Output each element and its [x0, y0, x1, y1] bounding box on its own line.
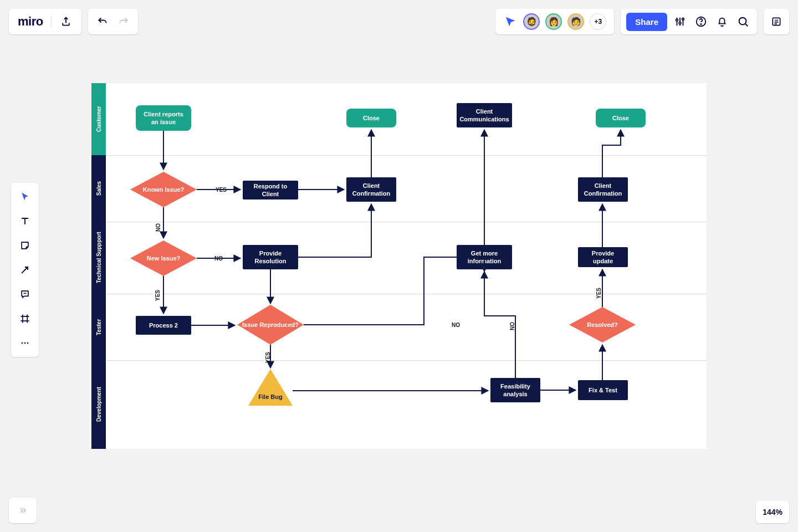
tool-strip — [11, 183, 39, 357]
svg-point-4 — [700, 24, 701, 24]
avatar-3[interactable]: 🧑 — [567, 13, 584, 30]
search-icon[interactable] — [735, 13, 751, 30]
sticky-tool-icon[interactable] — [17, 237, 33, 254]
redo-icon[interactable] — [117, 15, 130, 28]
lane-divider — [106, 222, 707, 222]
share-button[interactable]: Share — [626, 13, 667, 31]
logo-box: miro — [9, 9, 81, 34]
node-feasibility-analysis[interactable]: Feasibility analysis — [490, 378, 540, 402]
avatar-1[interactable]: 🧔 — [523, 13, 540, 30]
label-new-yes: YES — [154, 289, 162, 301]
lane-divider — [106, 360, 707, 361]
node-file-bug[interactable]: File Bug — [248, 369, 293, 406]
label-repro-yes: YES — [264, 351, 272, 364]
settings-icon[interactable] — [672, 13, 688, 30]
label-known-yes: YES — [214, 186, 228, 193]
select-tool-icon[interactable] — [17, 188, 33, 205]
collaborators-box: 🧔 👩 🧑 +3 — [495, 9, 614, 34]
arrow-tool-icon[interactable] — [17, 262, 33, 278]
more-tools-icon[interactable] — [17, 335, 33, 351]
node-process-2[interactable]: Process 2 — [136, 316, 191, 335]
node-close-1[interactable]: Close — [346, 109, 396, 127]
label-resolved-yes: YES — [595, 287, 603, 299]
actions-box: Share — [621, 9, 757, 34]
lane-header-technical[interactable]: Technical Suppport — [91, 222, 106, 294]
bell-icon[interactable] — [714, 13, 730, 30]
lane-divider — [106, 294, 707, 294]
more-collaborators[interactable]: +3 — [590, 13, 606, 30]
node-resolved[interactable]: Resolved? — [569, 307, 636, 342]
brand-logo[interactable]: miro — [18, 14, 43, 29]
zoom-level[interactable]: 144% — [756, 501, 789, 523]
chevrons-right-icon — [16, 504, 29, 517]
svg-point-8 — [24, 342, 26, 344]
expand-toolbar[interactable] — [9, 498, 37, 523]
text-tool-icon[interactable] — [17, 213, 33, 229]
svg-point-0 — [676, 19, 678, 21]
svg-point-2 — [682, 18, 684, 21]
label-repro-no: NO — [451, 321, 461, 329]
lane-header-customer[interactable]: Customer — [91, 83, 106, 155]
node-provide-resolution[interactable]: Provide Resolution — [243, 245, 298, 269]
lane-divider — [106, 155, 707, 156]
svg-point-1 — [679, 22, 681, 24]
node-issue-reproduced[interactable]: Issue Reproduced? — [237, 305, 304, 345]
node-respond-client[interactable]: Respond to Client — [243, 181, 298, 200]
comment-tool-icon[interactable] — [17, 286, 33, 303]
divider — [51, 16, 52, 28]
node-close-2[interactable]: Close — [596, 109, 646, 127]
label-known-no: NO — [154, 223, 162, 232]
export-icon[interactable] — [59, 15, 73, 28]
lane-header-tester[interactable]: Tester — [91, 294, 106, 360]
node-fix-test[interactable]: Fix & Test — [578, 380, 628, 400]
node-client-confirmation-1[interactable]: Client Confirmation — [346, 177, 396, 202]
panel-toggle[interactable] — [764, 9, 789, 34]
svg-point-5 — [739, 18, 746, 25]
avatar-2[interactable]: 👩 — [545, 13, 562, 30]
label-new-no: NO — [213, 255, 224, 262]
undo-icon[interactable] — [96, 15, 109, 28]
node-client-confirmation-2[interactable]: Client Confirmation — [578, 177, 628, 202]
lane-header-sales[interactable]: Sales — [91, 155, 106, 222]
history-box — [88, 9, 138, 34]
cursor-icon[interactable] — [503, 14, 518, 29]
node-known-issue[interactable]: Known Issue? — [130, 172, 197, 207]
svg-point-7 — [22, 342, 23, 344]
node-start[interactable]: Client reports an issue — [136, 105, 191, 131]
node-get-more-info[interactable]: Get more information — [457, 245, 512, 269]
svg-point-9 — [27, 342, 29, 344]
board-canvas[interactable]: Customer Sales Technical Suppport Tester… — [91, 83, 707, 449]
frame-tool-icon[interactable] — [17, 310, 33, 327]
help-icon[interactable] — [693, 13, 709, 30]
node-provide-update[interactable]: Provide update — [578, 247, 628, 267]
lane-header-development[interactable]: Development — [91, 360, 106, 449]
node-new-issue[interactable]: New Issue? — [130, 241, 197, 276]
node-client-communications[interactable]: Client Communications — [457, 103, 512, 127]
label-feas-no: NO — [508, 321, 516, 331]
panel-icon — [768, 13, 785, 30]
